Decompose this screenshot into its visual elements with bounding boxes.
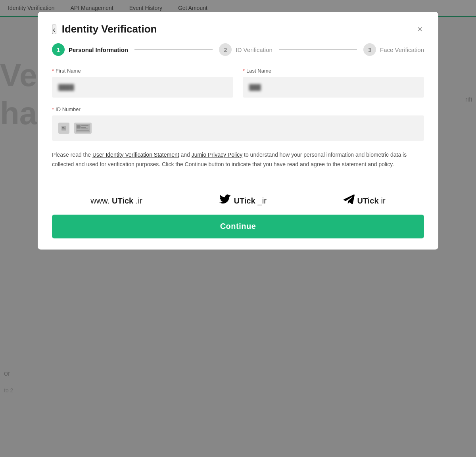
last-name-required: *: [243, 68, 245, 74]
first-name-required: *: [52, 68, 54, 74]
svg-rect-9: [81, 129, 88, 129]
last-name-label: * Last Name: [243, 68, 424, 74]
step-3-label: Face Verification: [380, 46, 424, 53]
social-telegram: UTickir: [344, 194, 385, 207]
step-1-label: Personal Information: [69, 46, 128, 53]
svg-rect-2: [64, 127, 65, 127]
modal-header: ‹ Identity Verification ×: [38, 12, 438, 43]
svg-rect-7: [81, 125, 88, 126]
privacy-pre: Please read the: [52, 152, 92, 158]
id-number-input[interactable]: [96, 125, 418, 131]
privacy-link-statement[interactable]: User Identity Verification Statement: [92, 152, 179, 158]
modal: ‹ Identity Verification × 1 Personal Inf…: [38, 12, 438, 250]
svg-rect-3: [64, 128, 65, 128]
website-prefix: www.: [90, 196, 109, 205]
first-name-group: * First Name ████: [52, 68, 233, 98]
privacy-mid: and: [179, 152, 192, 158]
twitter-bold: UTick: [234, 196, 255, 205]
first-name-label: * First Name: [52, 68, 233, 74]
back-button[interactable]: ‹: [52, 25, 56, 34]
step-1-circle: 1: [52, 43, 65, 56]
id-number-group: * ID Number: [52, 106, 424, 141]
svg-rect-0: [61, 126, 66, 131]
website-suffix: .ir: [136, 196, 142, 205]
telegram-suffix: ir: [381, 196, 386, 205]
id-required: *: [52, 106, 54, 112]
step-2: 2 ID Verification: [219, 43, 273, 56]
close-button[interactable]: ×: [416, 23, 424, 35]
step-line-1: [134, 49, 213, 50]
id-icon-1: [58, 123, 69, 134]
twitter-icon: [219, 194, 231, 207]
steps-container: 1 Personal Information 2 ID Verification…: [38, 43, 438, 64]
continue-button[interactable]: Continue: [52, 215, 424, 238]
svg-rect-10: [77, 130, 89, 131]
website-bold: UTick: [112, 196, 133, 205]
social-bar: www.UTick.ir UTick_ir UTickir: [38, 187, 438, 215]
modal-body: * First Name ████ * Last Name ███: [38, 64, 438, 187]
id-icon-2: [74, 123, 92, 134]
step-3: 3 Face Verification: [363, 43, 424, 56]
svg-rect-4: [62, 129, 65, 129]
step-line-2: [279, 49, 357, 50]
last-name-group: * Last Name ███: [243, 68, 424, 98]
modal-title: Identity Verification: [62, 23, 410, 35]
telegram-icon: [344, 194, 355, 207]
id-number-input-container[interactable]: [52, 115, 424, 141]
privacy-link-jumio[interactable]: Jumio Privacy Policy: [192, 152, 242, 158]
svg-rect-1: [62, 127, 64, 128]
step-3-circle: 3: [363, 43, 376, 56]
step-2-label: ID Verification: [236, 46, 273, 53]
step-2-circle: 2: [219, 43, 232, 56]
privacy-text: Please read the User Identity Verificati…: [52, 150, 424, 169]
social-website: www.UTick.ir: [90, 196, 142, 205]
telegram-bold: UTick: [357, 196, 378, 205]
step-1: 1 Personal Information: [52, 43, 128, 56]
id-number-row: * ID Number: [52, 106, 424, 141]
id-number-label: * ID Number: [52, 106, 424, 112]
modal-overlay: ‹ Identity Verification × 1 Personal Inf…: [0, 0, 476, 457]
twitter-suffix: _ir: [258, 196, 267, 205]
name-row: * First Name ████ * Last Name ███: [52, 68, 424, 98]
svg-rect-8: [81, 127, 86, 128]
svg-rect-6: [77, 125, 81, 129]
social-twitter: UTick_ir: [219, 194, 266, 207]
